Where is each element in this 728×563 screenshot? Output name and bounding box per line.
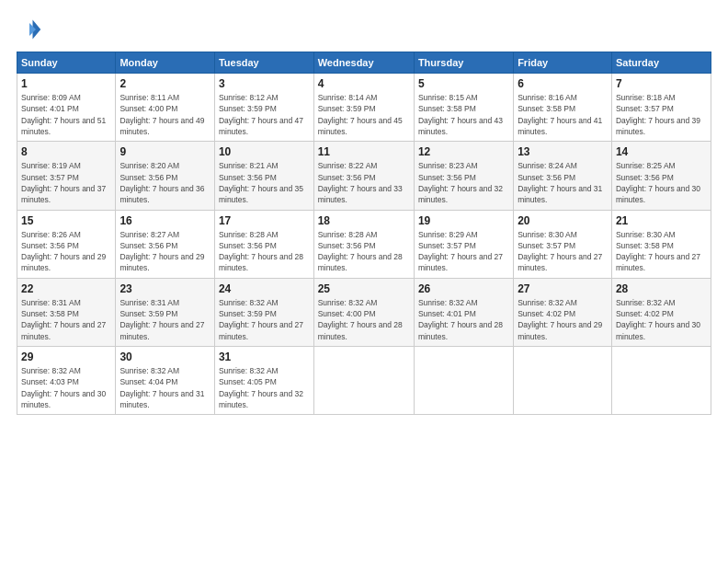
day-info: Sunrise: 8:32 AMSunset: 3:59 PMDaylight:… — [219, 297, 310, 342]
day-number: 4 — [318, 77, 410, 90]
table-row: 22Sunrise: 8:31 AMSunset: 3:58 PMDayligh… — [17, 278, 116, 346]
table-row: 21Sunrise: 8:30 AMSunset: 3:58 PMDayligh… — [611, 210, 711, 278]
table-row: 27Sunrise: 8:32 AMSunset: 4:02 PMDayligh… — [514, 278, 612, 346]
day-info: Sunrise: 8:25 AMSunset: 3:56 PMDaylight:… — [616, 160, 707, 205]
day-info: Sunrise: 8:18 AMSunset: 3:57 PMDaylight:… — [616, 92, 707, 137]
table-row: 11Sunrise: 8:22 AMSunset: 3:56 PMDayligh… — [313, 142, 414, 210]
logo-icon — [17, 17, 42, 42]
table-row: 20Sunrise: 8:30 AMSunset: 3:57 PMDayligh… — [514, 210, 612, 278]
day-info: Sunrise: 8:12 AMSunset: 3:59 PMDaylight:… — [219, 92, 310, 137]
table-row: 9Sunrise: 8:20 AMSunset: 3:56 PMDaylight… — [116, 142, 215, 210]
col-thursday: Thursday — [414, 52, 513, 74]
day-info: Sunrise: 8:31 AMSunset: 3:59 PMDaylight:… — [119, 297, 210, 342]
day-number: 11 — [318, 145, 410, 158]
day-number: 20 — [518, 214, 608, 227]
table-row: 6Sunrise: 8:16 AMSunset: 3:58 PMDaylight… — [514, 74, 612, 142]
day-number: 21 — [616, 214, 707, 227]
table-row: 29Sunrise: 8:32 AMSunset: 4:03 PMDayligh… — [17, 347, 116, 415]
table-row: 5Sunrise: 8:15 AMSunset: 3:58 PMDaylight… — [414, 74, 513, 142]
calendar-week-row: 29Sunrise: 8:32 AMSunset: 4:03 PMDayligh… — [17, 347, 711, 415]
day-number: 2 — [119, 77, 210, 90]
day-info: Sunrise: 8:28 AMSunset: 3:56 PMDaylight:… — [219, 229, 310, 274]
day-info: Sunrise: 8:20 AMSunset: 3:56 PMDaylight:… — [119, 160, 210, 205]
calendar-header-row: Sunday Monday Tuesday Wednesday Thursday… — [17, 52, 711, 74]
day-number: 31 — [219, 350, 310, 363]
day-number: 23 — [119, 282, 210, 295]
col-monday: Monday — [116, 52, 215, 74]
day-number: 29 — [21, 350, 111, 363]
table-row — [514, 347, 612, 415]
day-info: Sunrise: 8:32 AMSunset: 4:00 PMDaylight:… — [318, 297, 410, 342]
table-row: 30Sunrise: 8:32 AMSunset: 4:04 PMDayligh… — [116, 347, 215, 415]
table-row: 28Sunrise: 8:32 AMSunset: 4:02 PMDayligh… — [611, 278, 711, 346]
day-info: Sunrise: 8:32 AMSunset: 4:01 PMDaylight:… — [418, 297, 509, 342]
day-info: Sunrise: 8:15 AMSunset: 3:58 PMDaylight:… — [418, 92, 509, 137]
day-number: 16 — [119, 214, 210, 227]
day-info: Sunrise: 8:23 AMSunset: 3:56 PMDaylight:… — [418, 160, 509, 205]
day-number: 1 — [21, 77, 111, 90]
day-number: 24 — [219, 282, 310, 295]
calendar-week-row: 22Sunrise: 8:31 AMSunset: 3:58 PMDayligh… — [17, 278, 711, 346]
col-wednesday: Wednesday — [313, 52, 414, 74]
calendar-week-row: 1Sunrise: 8:09 AMSunset: 4:01 PMDaylight… — [17, 74, 711, 142]
calendar-week-row: 8Sunrise: 8:19 AMSunset: 3:57 PMDaylight… — [17, 142, 711, 210]
day-number: 28 — [616, 282, 707, 295]
day-info: Sunrise: 8:09 AMSunset: 4:01 PMDaylight:… — [21, 92, 111, 137]
day-info: Sunrise: 8:30 AMSunset: 3:58 PMDaylight:… — [616, 229, 707, 274]
table-row: 8Sunrise: 8:19 AMSunset: 3:57 PMDaylight… — [17, 142, 116, 210]
col-saturday: Saturday — [611, 52, 711, 74]
header — [17, 17, 711, 42]
calendar-table: Sunday Monday Tuesday Wednesday Thursday… — [17, 52, 711, 415]
day-info: Sunrise: 8:30 AMSunset: 3:57 PMDaylight:… — [518, 229, 608, 274]
table-row: 7Sunrise: 8:18 AMSunset: 3:57 PMDaylight… — [611, 74, 711, 142]
table-row: 2Sunrise: 8:11 AMSunset: 4:00 PMDaylight… — [116, 74, 215, 142]
day-number: 17 — [219, 214, 310, 227]
calendar-week-row: 15Sunrise: 8:26 AMSunset: 3:56 PMDayligh… — [17, 210, 711, 278]
table-row: 24Sunrise: 8:32 AMSunset: 3:59 PMDayligh… — [214, 278, 313, 346]
table-row: 23Sunrise: 8:31 AMSunset: 3:59 PMDayligh… — [116, 278, 215, 346]
day-number: 14 — [616, 145, 707, 158]
table-row: 1Sunrise: 8:09 AMSunset: 4:01 PMDaylight… — [17, 74, 116, 142]
day-info: Sunrise: 8:24 AMSunset: 3:56 PMDaylight:… — [518, 160, 608, 205]
col-tuesday: Tuesday — [214, 52, 313, 74]
table-row — [611, 347, 711, 415]
table-row: 13Sunrise: 8:24 AMSunset: 3:56 PMDayligh… — [514, 142, 612, 210]
day-info: Sunrise: 8:31 AMSunset: 3:58 PMDaylight:… — [21, 297, 111, 342]
day-info: Sunrise: 8:32 AMSunset: 4:03 PMDaylight:… — [21, 365, 111, 410]
table-row: 18Sunrise: 8:28 AMSunset: 3:56 PMDayligh… — [313, 210, 414, 278]
table-row: 12Sunrise: 8:23 AMSunset: 3:56 PMDayligh… — [414, 142, 513, 210]
table-row — [313, 347, 414, 415]
day-number: 25 — [318, 282, 410, 295]
day-number: 22 — [21, 282, 111, 295]
day-number: 30 — [119, 350, 210, 363]
day-info: Sunrise: 8:21 AMSunset: 3:56 PMDaylight:… — [219, 160, 310, 205]
page: Sunday Monday Tuesday Wednesday Thursday… — [0, 0, 728, 563]
day-info: Sunrise: 8:28 AMSunset: 3:56 PMDaylight:… — [318, 229, 410, 274]
day-info: Sunrise: 8:26 AMSunset: 3:56 PMDaylight:… — [21, 229, 111, 274]
day-number: 9 — [119, 145, 210, 158]
table-row: 10Sunrise: 8:21 AMSunset: 3:56 PMDayligh… — [214, 142, 313, 210]
day-info: Sunrise: 8:22 AMSunset: 3:56 PMDaylight:… — [318, 160, 410, 205]
table-row: 25Sunrise: 8:32 AMSunset: 4:00 PMDayligh… — [313, 278, 414, 346]
day-number: 27 — [518, 282, 608, 295]
table-row: 26Sunrise: 8:32 AMSunset: 4:01 PMDayligh… — [414, 278, 513, 346]
table-row: 15Sunrise: 8:26 AMSunset: 3:56 PMDayligh… — [17, 210, 116, 278]
day-info: Sunrise: 8:16 AMSunset: 3:58 PMDaylight:… — [518, 92, 608, 137]
day-number: 26 — [418, 282, 509, 295]
day-info: Sunrise: 8:32 AMSunset: 4:02 PMDaylight:… — [616, 297, 707, 342]
day-info: Sunrise: 8:14 AMSunset: 3:59 PMDaylight:… — [318, 92, 410, 137]
day-number: 15 — [21, 214, 111, 227]
day-number: 6 — [518, 77, 608, 90]
col-friday: Friday — [514, 52, 612, 74]
col-sunday: Sunday — [17, 52, 116, 74]
day-number: 7 — [616, 77, 707, 90]
day-number: 19 — [418, 214, 509, 227]
day-number: 12 — [418, 145, 509, 158]
table-row — [414, 347, 513, 415]
day-info: Sunrise: 8:29 AMSunset: 3:57 PMDaylight:… — [418, 229, 509, 274]
day-number: 18 — [318, 214, 410, 227]
table-row: 4Sunrise: 8:14 AMSunset: 3:59 PMDaylight… — [313, 74, 414, 142]
day-number: 10 — [219, 145, 310, 158]
logo — [17, 17, 46, 42]
day-number: 3 — [219, 77, 310, 90]
